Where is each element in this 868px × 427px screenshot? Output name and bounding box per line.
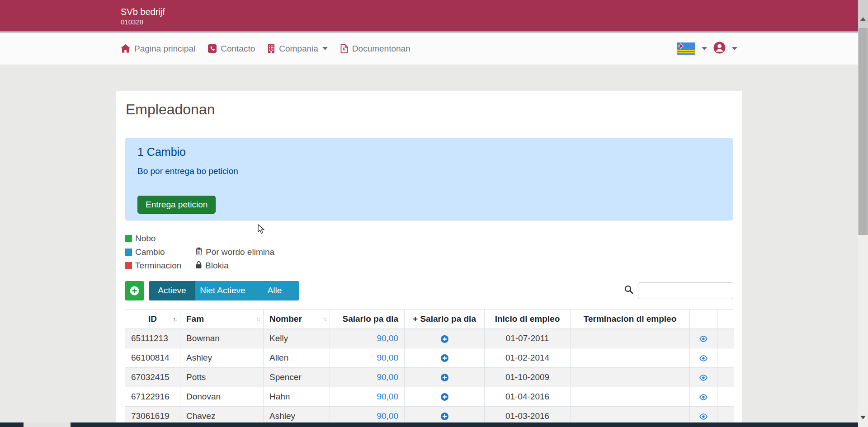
cell-id: 67032415 [125,368,180,387]
horizontal-scroll-left-block[interactable] [0,422,24,427]
table-row: 67032415 Potts Spencer 90,00 01-10-2009 [125,368,734,387]
green-square-icon [125,235,132,242]
scroll-down-arrow-icon[interactable] [860,416,866,419]
cell-id: 67122916 [125,387,180,407]
submit-request-button[interactable]: Entrega peticion [137,196,216,214]
cell-id: 66100814 [125,348,180,368]
user-dropdown-caret[interactable] [732,47,737,50]
legend-label: Cambio [135,247,165,257]
alert-title: 1 Cambio [137,145,721,159]
cell-terminacion [571,348,690,368]
add-salary-icon[interactable] [440,333,449,343]
language-flag-aruba[interactable] [677,42,695,55]
phone-icon [208,44,217,53]
cell-terminacion [571,329,690,348]
legend-item-blocked: Blokia [195,259,351,272]
add-employee-button[interactable] [125,281,144,300]
nav-label: Documentonan [352,44,410,54]
table-row: 65111213 Bowman Kelly 90,00 01-07-2011 [125,329,734,348]
horizontal-scrollbar[interactable] [0,422,858,427]
horizontal-scrollbar-thumb[interactable] [71,422,858,427]
company-code: 010328 [121,18,737,27]
view-eye-icon[interactable] [699,392,708,401]
column-header-inicio[interactable]: Inicio di empleo [485,310,571,329]
content-card: Empleadonan 1 Cambio Bo por entrega bo p… [116,91,742,427]
app-header: SVb bedrijf 010328 [0,0,858,33]
alert-message: Bo por entrega bo peticion [137,166,721,176]
pdf-file-icon [340,44,348,53]
column-header-add-salario[interactable]: + Salario pa dia [405,310,485,329]
nav-item-contacto[interactable]: Contacto [208,44,255,54]
main-content: Empleadonan 1 Cambio Bo por entrega bo p… [0,91,858,427]
column-header-fam[interactable]: Fam↑↓ [180,310,264,329]
cell-fam: Ashley [180,348,264,368]
column-header-nomber[interactable]: Nomber↑↓ [264,310,330,329]
employees-table: ID↑↓ Fam↑↓ Nomber↑↓ Salario pa dia + Sal… [125,309,734,426]
search-icon [624,285,634,296]
salary-link[interactable]: 90,00 [377,353,398,362]
add-salary-icon[interactable] [440,353,449,362]
alert-divider [137,185,721,185]
chevron-down-icon [322,47,328,50]
cell-fam: Potts [180,368,264,387]
nav-label: Pagina principal [134,44,195,54]
add-salary-icon[interactable] [440,372,449,382]
column-header-actions [690,310,717,329]
red-square-icon [125,262,132,269]
sort-icon: ↑↓ [256,315,259,323]
cell-inicio: 01-04-2016 [485,387,571,407]
add-salary-icon[interactable] [440,411,449,421]
legend-label: Terminacion [135,261,181,271]
salary-link[interactable]: 90,00 [377,411,398,421]
search-input[interactable] [638,282,733,299]
cell-terminacion [571,368,690,387]
sort-icon: ↑↓ [173,315,176,323]
legend-item-change: Cambio [125,245,195,259]
blue-square-icon [125,249,132,256]
salary-link[interactable]: 90,00 [377,392,398,401]
language-dropdown-caret[interactable] [702,47,707,50]
nav-item-compania[interactable]: Compania [268,44,328,54]
legend-label: Nobo [135,234,156,244]
sort-icon: ↑↓ [322,315,326,323]
pending-changes-alert: 1 Cambio Bo por entrega bo peticion Entr… [125,138,733,221]
vertical-scrollbar[interactable] [858,0,868,427]
plus-circle-icon [129,286,140,296]
legend-item-delete: Por wordo elimina [195,245,351,259]
column-header-salario[interactable]: Salario pa dia [330,310,405,329]
view-eye-icon[interactable] [699,411,708,421]
table-row: 66100814 Ashley Allen 90,00 01-02-2014 [125,348,734,368]
home-icon [121,44,130,53]
table-row: 67122916 Donovan Hahn 90,00 01-04-2016 [125,387,734,407]
company-name: SVb bedrijf [121,6,737,18]
cell-terminacion [571,387,690,407]
nav-item-pagina-principal[interactable]: Pagina principal [121,44,195,54]
trash-icon [195,247,203,258]
tab-actieve[interactable]: Actieve [149,281,195,300]
cell-inicio: 01-07-2011 [485,329,571,348]
nav-item-documentonan[interactable]: Documentonan [340,44,410,54]
building-icon [268,44,275,53]
scrollbar-thumb[interactable] [859,28,868,235]
legend-label: Blokia [205,261,229,271]
view-eye-icon[interactable] [699,353,708,362]
user-icon[interactable] [713,42,726,56]
status-legend: Nobo Cambio Por wordo elimina Terminacio… [125,232,351,272]
table-header-row: ID↑↓ Fam↑↓ Nomber↑↓ Salario pa dia + Sal… [125,310,734,329]
nav-label: Contacto [221,44,255,54]
view-eye-icon[interactable] [699,333,708,343]
add-salary-icon[interactable] [440,392,449,401]
tab-niet-actieve[interactable]: Niet Actieve [195,281,250,300]
scroll-up-arrow-icon[interactable] [860,17,866,21]
main-navbar: Pagina principal Contacto Compania [0,33,858,65]
column-header-extra [717,310,734,329]
scrollbar-track[interactable] [858,235,868,427]
column-header-id[interactable]: ID↑↓ [125,310,180,329]
tab-alle[interactable]: Alle [250,281,299,300]
cell-inicio: 01-10-2009 [485,368,571,387]
cell-nomber: Allen [264,348,330,368]
column-header-terminacion[interactable]: Terminacion di empleo [571,310,690,329]
salary-link[interactable]: 90,00 [377,333,398,343]
view-eye-icon[interactable] [699,372,708,382]
salary-link[interactable]: 90,00 [377,372,398,382]
